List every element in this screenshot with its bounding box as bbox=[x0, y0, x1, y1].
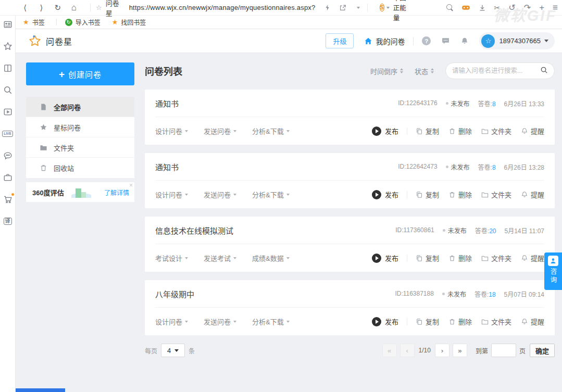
url-text[interactable]: https://www.wjx.cn/newwjx/manage/myquest… bbox=[129, 4, 316, 11]
search-icon[interactable] bbox=[446, 4, 453, 11]
answers-count[interactable]: 答卷:8 bbox=[478, 99, 496, 108]
my-questionnaires-nav[interactable]: 我的问卷 bbox=[364, 36, 405, 46]
help-icon[interactable]: ? bbox=[422, 36, 431, 45]
search-icon[interactable] bbox=[540, 66, 548, 76]
questionnaire-title[interactable]: 八年级期中 bbox=[155, 288, 194, 299]
design-menu[interactable]: 设计问卷 bbox=[155, 126, 188, 136]
sort-filter[interactable]: 时间倒序 bbox=[370, 66, 403, 76]
shopping-cart-icon[interactable] bbox=[3, 195, 13, 204]
prev-page-button[interactable]: ‹ bbox=[400, 344, 415, 357]
notifications-bell-icon[interactable] bbox=[460, 37, 469, 45]
consult-floating-button[interactable]: 咨询 bbox=[544, 252, 562, 290]
design-menu[interactable]: 设计问卷 bbox=[155, 189, 188, 199]
screenshot-scissors-icon[interactable]: ✂ bbox=[494, 4, 501, 12]
messages-icon[interactable] bbox=[441, 36, 450, 45]
publish-button[interactable]: 发布 bbox=[372, 126, 398, 136]
search-icon[interactable] bbox=[3, 85, 13, 95]
recover-bookmarks-item[interactable]: ★ 找回书签 bbox=[112, 18, 146, 27]
video-icon[interactable] bbox=[3, 107, 13, 117]
share-icon[interactable] bbox=[339, 4, 346, 11]
promo-360-card[interactable]: 360度评估 了解详情 × bbox=[26, 182, 134, 202]
next-page-button[interactable]: › bbox=[435, 344, 449, 357]
copy-button[interactable]: 复制 bbox=[416, 253, 439, 263]
scores-data-menu[interactable]: 成绩&数据 bbox=[252, 253, 290, 263]
answers-count[interactable]: 答卷:20 bbox=[475, 226, 496, 235]
delete-button[interactable]: 删除 bbox=[448, 253, 472, 263]
questionnaire-title[interactable]: 信息技术在线模拟测试 bbox=[155, 225, 233, 236]
send-menu[interactable]: 发送问卷 bbox=[204, 126, 236, 136]
chat-bubble-icon[interactable] bbox=[3, 151, 13, 160]
analyze-menu[interactable]: 分析&下载 bbox=[252, 189, 290, 199]
import-bookmarks-item[interactable]: ↻ 导入书签 bbox=[65, 18, 101, 27]
folder-button[interactable]: 文件夹 bbox=[481, 317, 511, 326]
remind-button[interactable]: 提醒 bbox=[521, 189, 544, 199]
folder-icon bbox=[481, 191, 489, 198]
first-page-button[interactable]: « bbox=[382, 344, 397, 357]
publish-button[interactable]: 发布 bbox=[372, 189, 398, 199]
send-menu[interactable]: 发送问卷 bbox=[204, 317, 236, 326]
refresh-icon[interactable]: ↻ bbox=[53, 3, 63, 12]
copy-button[interactable]: 复制 bbox=[416, 189, 439, 199]
remind-button[interactable]: 提醒 bbox=[521, 253, 544, 263]
delete-button[interactable]: 删除 bbox=[448, 317, 472, 326]
create-questionnaire-button[interactable]: + 创建问卷 bbox=[26, 62, 134, 85]
exam-design-menu[interactable]: 考试设计 bbox=[155, 253, 188, 263]
last-page-button[interactable]: » bbox=[453, 344, 467, 357]
per-page-select[interactable]: 4 bbox=[161, 344, 185, 357]
favorites-star-icon[interactable] bbox=[3, 42, 13, 51]
reading-list-icon[interactable] bbox=[3, 20, 13, 29]
design-menu[interactable]: 设计问卷 bbox=[155, 317, 188, 326]
sidebar-item-trash[interactable]: 回收站 bbox=[26, 158, 134, 178]
analyze-menu[interactable]: 分析&下载 bbox=[252, 126, 290, 136]
answers-count[interactable]: 答卷:8 bbox=[478, 162, 496, 171]
forward-icon[interactable]: ⟩ bbox=[36, 3, 46, 12]
publish-button[interactable]: 发布 bbox=[372, 253, 398, 263]
delete-button[interactable]: 删除 bbox=[448, 189, 472, 199]
menu-icon[interactable]: ≡ bbox=[553, 3, 558, 13]
briefcase-icon[interactable] bbox=[3, 173, 13, 182]
status-filter[interactable]: 状态 bbox=[415, 66, 434, 76]
copy-button[interactable]: 复制 bbox=[416, 317, 439, 326]
download-icon[interactable] bbox=[479, 4, 486, 11]
book-icon[interactable] bbox=[3, 64, 13, 73]
games-icon[interactable] bbox=[461, 3, 470, 12]
publish-button[interactable]: 发布 bbox=[372, 317, 398, 326]
home-icon[interactable]: ⌂ bbox=[69, 3, 79, 13]
analyze-menu[interactable]: 分析&下载 bbox=[252, 317, 290, 326]
remind-button[interactable]: 提醒 bbox=[521, 126, 544, 136]
promo-link[interactable]: 了解详情 bbox=[104, 188, 129, 197]
folder-button[interactable]: 文件夹 bbox=[481, 253, 511, 263]
search-input[interactable] bbox=[452, 67, 536, 74]
chevron-down-icon[interactable] bbox=[355, 7, 360, 9]
engine-keyword[interactable]: 中国正能量 bbox=[393, 0, 409, 22]
folder-button[interactable]: 文件夹 bbox=[481, 126, 511, 136]
answers-count[interactable]: 答卷:18 bbox=[474, 289, 496, 298]
user-account-menu[interactable]: ☆ 18974307665 bbox=[479, 32, 555, 49]
sidebar-item-all-questionnaires[interactable]: 全部问卷 bbox=[26, 97, 134, 117]
wjx-logo[interactable]: 问卷星 bbox=[28, 34, 72, 48]
upgrade-button[interactable]: 升级 bbox=[326, 33, 354, 48]
folder-button[interactable]: 文件夹 bbox=[481, 189, 511, 199]
new-tab-icon[interactable]: + bbox=[539, 3, 544, 13]
translate-icon[interactable]: 译 bbox=[3, 217, 13, 226]
close-icon[interactable]: × bbox=[129, 182, 133, 188]
goto-page-input[interactable] bbox=[491, 344, 516, 357]
lightning-icon[interactable] bbox=[324, 4, 331, 11]
send-menu[interactable]: 发送问卷 bbox=[204, 189, 236, 199]
redo-icon[interactable]: ↷ bbox=[524, 3, 531, 12]
confirm-button[interactable]: 确定 bbox=[530, 344, 555, 357]
delete-button[interactable]: 删除 bbox=[448, 126, 472, 136]
bookmark-item[interactable]: ★ 书签 bbox=[23, 18, 45, 27]
send-exam-menu[interactable]: 发送考试 bbox=[204, 253, 236, 263]
search-engine-selector[interactable]: S 中国正能量 bbox=[380, 0, 409, 22]
sidebar-item-starred[interactable]: 星标问卷 bbox=[26, 117, 134, 137]
favorite-star-icon[interactable]: ☆ bbox=[96, 4, 102, 11]
back-icon[interactable]: ⟨ bbox=[20, 3, 30, 12]
remind-button[interactable]: 提醒 bbox=[521, 317, 544, 326]
live-icon[interactable]: LIVE bbox=[3, 129, 13, 138]
questionnaire-title[interactable]: 通知书 bbox=[155, 98, 179, 109]
sidebar-item-folders[interactable]: 文件夹 bbox=[26, 137, 134, 158]
undo-icon[interactable]: ↺ bbox=[508, 3, 515, 12]
copy-button[interactable]: 复制 bbox=[416, 126, 439, 136]
questionnaire-title[interactable]: 通知书 bbox=[155, 161, 179, 172]
